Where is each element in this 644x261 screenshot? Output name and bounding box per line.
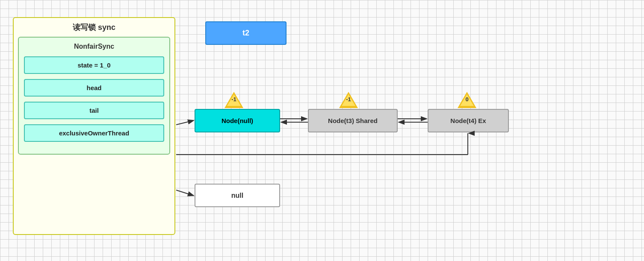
nonfair-box: NonfairSync state = 1_0 head tail exclus… <box>18 37 170 155</box>
badge-node-t3: -1 <box>339 92 358 108</box>
badge-value-1: -1 <box>231 96 236 103</box>
svg-line-0 <box>176 120 194 125</box>
badge-node-t4: 0 <box>458 92 476 108</box>
field-exclusive-owner: exclusiveOwnerThread <box>24 124 164 142</box>
node-null-box: Node(null) <box>195 109 280 132</box>
field-head: head <box>24 79 164 97</box>
null-box: null <box>195 184 280 207</box>
t2-thread-box: t2 <box>205 21 287 45</box>
badge-value-2: -1 <box>346 96 351 103</box>
canvas: 读写锁 sync NonfairSync state = 1_0 head ta… <box>0 0 644 261</box>
null-label: null <box>231 192 243 199</box>
nonfair-title: NonfairSync <box>24 43 164 50</box>
badge-value-3: 0 <box>465 96 468 103</box>
field-tail: tail <box>24 102 164 119</box>
sync-title: 读写锁 sync <box>18 22 170 32</box>
node-t4-box: Node(t4) Ex <box>428 109 509 132</box>
sync-box: 读写锁 sync NonfairSync state = 1_0 head ta… <box>13 17 175 235</box>
badge-node-null: -1 <box>225 92 243 108</box>
t2-label: t2 <box>242 29 249 38</box>
node-t4-label: Node(t4) Ex <box>450 117 486 124</box>
node-null-label: Node(null) <box>222 117 253 124</box>
node-t3-label: Node(t3) Shared <box>328 117 378 124</box>
node-t3-box: Node(t3) Shared <box>308 109 398 132</box>
svg-line-1 <box>176 190 194 196</box>
field-state: state = 1_0 <box>24 56 164 74</box>
